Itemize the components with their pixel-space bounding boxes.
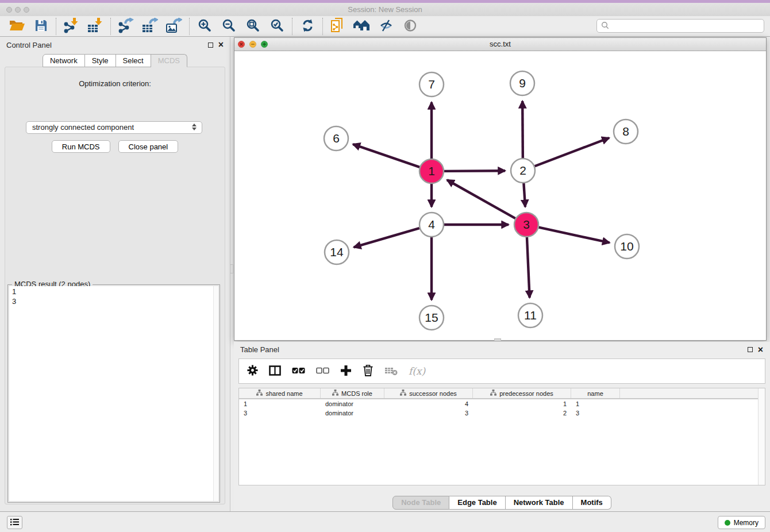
- memory-status-dot: [725, 520, 730, 526]
- search-box[interactable]: [596, 19, 764, 33]
- close-panel-button[interactable]: Close panel: [118, 140, 179, 153]
- table-cell[interactable]: 3: [239, 410, 321, 417]
- svg-text:3: 3: [523, 218, 530, 231]
- result-scrollbar[interactable]: [213, 286, 218, 501]
- graph-node-9[interactable]: 9: [510, 71, 534, 95]
- export-network-button[interactable]: [114, 17, 138, 36]
- toggle-panel-icon[interactable]: [269, 365, 281, 377]
- table-cell[interactable]: 1: [239, 400, 321, 407]
- vertical-splitter-grip[interactable]: [230, 264, 233, 273]
- column-header-MCDS-role[interactable]: MCDS role: [321, 388, 384, 398]
- table-tab-node-table[interactable]: Node Table: [392, 496, 449, 510]
- table-row[interactable]: 1dominator411: [239, 399, 765, 408]
- delete-column-icon[interactable]: [363, 364, 374, 378]
- graph-node-4[interactable]: 4: [419, 213, 444, 237]
- mcds-result-text[interactable]: 1 3: [9, 286, 218, 501]
- table-tab-edge-table[interactable]: Edge Table: [449, 496, 505, 510]
- network-window-titlebar[interactable]: scc.txt: [234, 38, 766, 51]
- table-cell[interactable]: 2: [473, 410, 571, 417]
- close-table-panel-icon[interactable]: ×: [758, 346, 763, 353]
- column-header-shared-name[interactable]: shared name: [239, 388, 321, 398]
- column-header-name[interactable]: name: [571, 388, 620, 398]
- table-settings-gear-icon[interactable]: [247, 365, 258, 377]
- graph-edge-2-3[interactable]: [523, 183, 525, 207]
- hide-graphics-details-button[interactable]: [374, 17, 398, 36]
- graph-node-1[interactable]: 1: [419, 159, 444, 183]
- table-cell[interactable]: 3: [571, 410, 620, 417]
- delete-table-icon[interactable]: [384, 365, 398, 377]
- save-session-button[interactable]: [29, 17, 53, 36]
- graph-node-15[interactable]: 15: [419, 306, 444, 330]
- network-canvas[interactable]: 7968124314101511: [234, 51, 766, 340]
- graph-node-2[interactable]: 2: [511, 159, 535, 183]
- graph-node-8[interactable]: 8: [614, 119, 638, 144]
- graph-edge-4-14[interactable]: [354, 228, 419, 247]
- graph-node-6[interactable]: 6: [324, 126, 348, 151]
- new-network-from-selection-button[interactable]: [326, 17, 350, 36]
- float-panel-icon[interactable]: [208, 43, 213, 48]
- float-table-panel-icon[interactable]: [748, 347, 753, 352]
- network-close-button[interactable]: [238, 41, 245, 49]
- zoom-fit-button[interactable]: [241, 17, 265, 36]
- svg-text:6: 6: [333, 132, 340, 145]
- control-tab-network[interactable]: Network: [43, 54, 85, 67]
- column-header-predecessor-nodes[interactable]: predecessor nodes: [473, 388, 571, 398]
- control-tab-mcds[interactable]: MCDS: [151, 54, 187, 67]
- close-panel-icon[interactable]: ×: [218, 41, 224, 48]
- table-cell[interactable]: 1: [571, 400, 620, 407]
- graph-node-3[interactable]: 3: [514, 213, 538, 237]
- table-tab-motifs[interactable]: Motifs: [573, 496, 611, 510]
- network-maximize-button[interactable]: [261, 41, 268, 49]
- graph-edge-2-8[interactable]: [535, 138, 609, 166]
- import-network-button[interactable]: [59, 17, 83, 36]
- table-cell[interactable]: dominator: [321, 400, 384, 407]
- minimize-window-button[interactable]: [15, 7, 21, 13]
- control-tab-style[interactable]: Style: [85, 54, 116, 67]
- zoom-selected-button[interactable]: [265, 17, 289, 36]
- graph-node-10[interactable]: 10: [615, 234, 639, 259]
- close-window-button[interactable]: [6, 7, 12, 13]
- zoom-in-button[interactable]: [192, 17, 217, 36]
- graph-node-7[interactable]: 7: [419, 72, 444, 97]
- table-row[interactable]: 3dominator323: [239, 408, 765, 418]
- task-history-button[interactable]: [7, 516, 22, 529]
- network-minimize-button[interactable]: [249, 41, 256, 49]
- show-graphics-details-button[interactable]: [398, 17, 422, 36]
- graph-edge-3-10[interactable]: [538, 228, 609, 243]
- svg-text:15: 15: [425, 311, 438, 324]
- zoom-window-button[interactable]: [24, 7, 29, 13]
- table-cell[interactable]: 1: [473, 400, 571, 407]
- graph-edge-1-6[interactable]: [353, 144, 419, 167]
- add-column-icon[interactable]: [340, 365, 352, 378]
- column-header-successor-nodes[interactable]: successor nodes: [384, 388, 473, 398]
- graph-node-11[interactable]: 11: [518, 303, 542, 327]
- graph-edge-3-1[interactable]: [447, 180, 515, 218]
- table-cell[interactable]: dominator: [321, 410, 384, 417]
- select-all-icon[interactable]: [292, 365, 305, 377]
- search-input[interactable]: [613, 22, 764, 30]
- function-builder-icon[interactable]: f(x): [409, 365, 425, 377]
- memory-button[interactable]: Memory: [718, 516, 765, 529]
- table-cell[interactable]: 4: [384, 400, 473, 407]
- graph-node-14[interactable]: 14: [325, 240, 349, 264]
- deselect-all-icon[interactable]: [316, 365, 329, 377]
- table-tab-network-table[interactable]: Network Table: [506, 496, 573, 510]
- import-table-button[interactable]: [83, 17, 107, 36]
- graph-edge-1-2[interactable]: [444, 171, 505, 171]
- home-button[interactable]: [350, 17, 374, 36]
- export-image-button[interactable]: [162, 17, 186, 36]
- criterion-dropdown[interactable]: strongly connected component: [26, 121, 202, 134]
- refresh-view-button[interactable]: [295, 17, 319, 36]
- run-mcds-button[interactable]: Run MCDS: [52, 140, 110, 153]
- table-cell[interactable]: 3: [384, 410, 473, 417]
- zoom-out-button[interactable]: [217, 17, 241, 36]
- open-session-button[interactable]: [5, 17, 29, 36]
- network-graph[interactable]: 7968124314101511: [234, 51, 766, 340]
- graph-edge-2-9[interactable]: [522, 101, 523, 158]
- graph-edge-3-11[interactable]: [527, 237, 530, 298]
- control-tab-select[interactable]: Select: [116, 54, 151, 67]
- table-scrollbar[interactable]: [758, 388, 765, 485]
- titlebar: Session: New Session: [0, 3, 770, 16]
- export-table-button[interactable]: [138, 17, 162, 36]
- horizontal-splitter-grip[interactable]: [494, 338, 501, 341]
